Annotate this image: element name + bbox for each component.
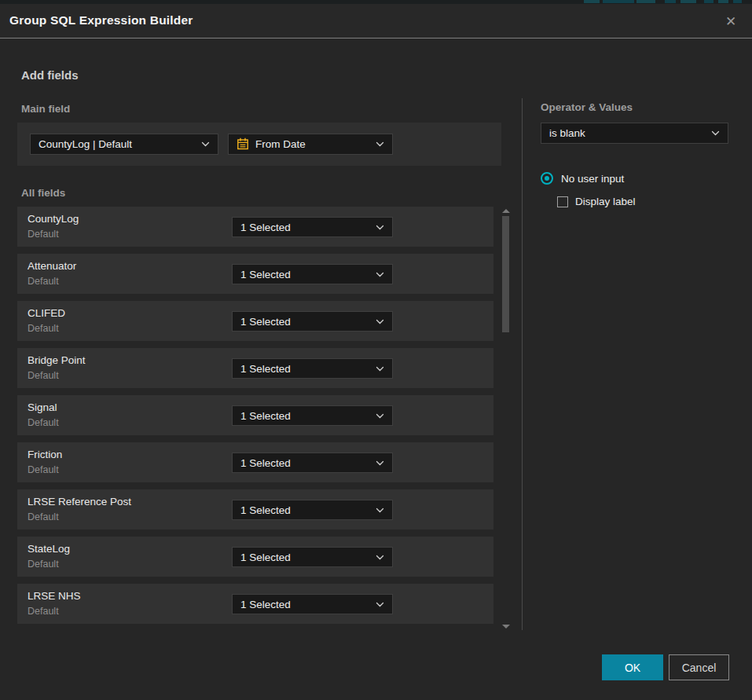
field-selected-dropdown[interactable]: 1 Selected bbox=[232, 453, 393, 473]
operator-select[interactable]: is blank bbox=[541, 123, 728, 144]
chevron-down-icon bbox=[376, 555, 384, 560]
field-select[interactable]: From Date bbox=[228, 134, 393, 155]
radio-dot bbox=[545, 176, 549, 181]
field-selected-dropdown[interactable]: 1 Selected bbox=[232, 547, 393, 567]
field-name: Attenuator bbox=[28, 260, 76, 272]
field-selected-dropdown[interactable]: 1 Selected bbox=[232, 594, 393, 614]
close-icon[interactable]: ✕ bbox=[721, 11, 741, 31]
dialog-header: Group SQL Expression Builder ✕ bbox=[0, 4, 752, 38]
field-name: Bridge Point bbox=[28, 354, 86, 366]
field-subtitle: Default bbox=[28, 370, 59, 381]
field-name: Signal bbox=[28, 401, 57, 413]
chevron-down-icon bbox=[376, 141, 384, 147]
field-row: LRSE NHS Default 1 Selected bbox=[17, 584, 493, 624]
all-fields-label: All fields bbox=[21, 187, 65, 199]
chevron-down-icon bbox=[376, 319, 384, 324]
scroll-down-icon[interactable] bbox=[502, 625, 510, 629]
background-app-fragment bbox=[584, 0, 600, 3]
field-selected-value: 1 Selected bbox=[240, 457, 369, 469]
field-subtitle: Default bbox=[28, 417, 59, 428]
background-app-fragment bbox=[704, 0, 713, 3]
field-selected-value: 1 Selected bbox=[240, 316, 369, 328]
chevron-down-icon bbox=[376, 413, 384, 419]
background-app-fragment bbox=[733, 0, 742, 3]
layer-select[interactable]: CountyLog | Default bbox=[30, 134, 218, 155]
operator-values-heading: Operator & Values bbox=[541, 101, 633, 113]
field-subtitle: Default bbox=[28, 276, 59, 287]
chevron-down-icon bbox=[201, 141, 210, 147]
chevron-down-icon bbox=[376, 460, 384, 466]
scrollbar[interactable] bbox=[501, 206, 512, 630]
field-row: Signal Default 1 Selected bbox=[17, 395, 493, 435]
field-row: LRSE Reference Post Default 1 Selected bbox=[17, 489, 493, 530]
field-selected-value: 1 Selected bbox=[240, 599, 369, 610]
field-name: LRSE NHS bbox=[28, 590, 81, 602]
chevron-down-icon bbox=[376, 366, 384, 372]
field-selected-dropdown[interactable]: 1 Selected bbox=[232, 405, 393, 426]
scroll-up-icon[interactable] bbox=[502, 209, 510, 213]
display-label-label: Display label bbox=[575, 196, 636, 207]
field-selected-dropdown[interactable]: 1 Selected bbox=[232, 311, 393, 332]
background-app-fragment bbox=[636, 0, 655, 3]
field-row: CLIFED Default 1 Selected bbox=[17, 301, 493, 341]
chevron-down-icon bbox=[711, 130, 720, 136]
field-select-value: From Date bbox=[255, 138, 369, 150]
add-fields-heading: Add fields bbox=[21, 68, 79, 82]
field-subtitle: Default bbox=[28, 511, 59, 522]
background-app-fragment bbox=[603, 0, 634, 3]
background-app-fragment bbox=[718, 0, 728, 3]
field-selected-value: 1 Selected bbox=[240, 504, 369, 516]
ok-button[interactable]: OK bbox=[602, 654, 663, 680]
field-selected-value: 1 Selected bbox=[240, 410, 369, 422]
cancel-button[interactable]: Cancel bbox=[669, 654, 729, 680]
background-app-fragment bbox=[680, 0, 696, 3]
no-user-input-label: No user input bbox=[561, 173, 624, 185]
main-field-label: Main field bbox=[21, 103, 70, 115]
operator-select-value: is blank bbox=[549, 127, 705, 139]
field-name: CountyLog bbox=[28, 213, 79, 225]
main-field-box: CountyLog | Default From Date bbox=[17, 123, 501, 166]
field-list: CountyLog Default 1 Selected Attenuator … bbox=[17, 207, 493, 631]
chevron-down-icon bbox=[376, 272, 384, 277]
dialog-title: Group SQL Expression Builder bbox=[9, 13, 193, 27]
field-selected-value: 1 Selected bbox=[240, 363, 369, 375]
field-name: Friction bbox=[28, 449, 62, 460]
field-selected-dropdown[interactable]: 1 Selected bbox=[232, 217, 393, 237]
field-subtitle: Default bbox=[28, 606, 59, 617]
field-row: Attenuator Default 1 Selected bbox=[17, 254, 493, 294]
scrollbar-thumb[interactable] bbox=[502, 216, 509, 332]
chevron-down-icon bbox=[376, 602, 384, 607]
field-row: StateLog Default 1 Selected bbox=[17, 537, 493, 577]
field-name: CLIFED bbox=[28, 307, 65, 319]
checkbox-icon bbox=[557, 196, 568, 207]
radio-icon bbox=[541, 172, 553, 185]
panel-divider bbox=[522, 98, 523, 630]
field-selected-value: 1 Selected bbox=[240, 222, 369, 233]
field-selected-value: 1 Selected bbox=[240, 269, 369, 280]
background-app-fragment bbox=[665, 0, 676, 3]
layer-select-value: CountyLog | Default bbox=[39, 138, 195, 150]
field-selected-dropdown[interactable]: 1 Selected bbox=[232, 264, 393, 284]
field-selected-value: 1 Selected bbox=[240, 552, 369, 563]
field-subtitle: Default bbox=[28, 464, 59, 475]
field-name: LRSE Reference Post bbox=[28, 496, 131, 508]
no-user-input-radio[interactable]: No user input bbox=[541, 172, 624, 185]
field-selected-dropdown[interactable]: 1 Selected bbox=[232, 358, 393, 379]
field-row: CountyLog Default 1 Selected bbox=[17, 207, 493, 247]
field-row: Friction Default 1 Selected bbox=[17, 442, 493, 482]
field-selected-dropdown[interactable]: 1 Selected bbox=[232, 500, 393, 520]
field-name: StateLog bbox=[28, 543, 70, 555]
chevron-down-icon bbox=[376, 225, 384, 230]
field-subtitle: Default bbox=[28, 229, 59, 240]
display-label-checkbox[interactable]: Display label bbox=[557, 196, 636, 207]
field-subtitle: Default bbox=[28, 323, 59, 334]
calendar-icon bbox=[237, 137, 249, 151]
field-row: Bridge Point Default 1 Selected bbox=[17, 348, 493, 388]
field-subtitle: Default bbox=[28, 559, 59, 570]
chevron-down-icon bbox=[376, 508, 384, 513]
